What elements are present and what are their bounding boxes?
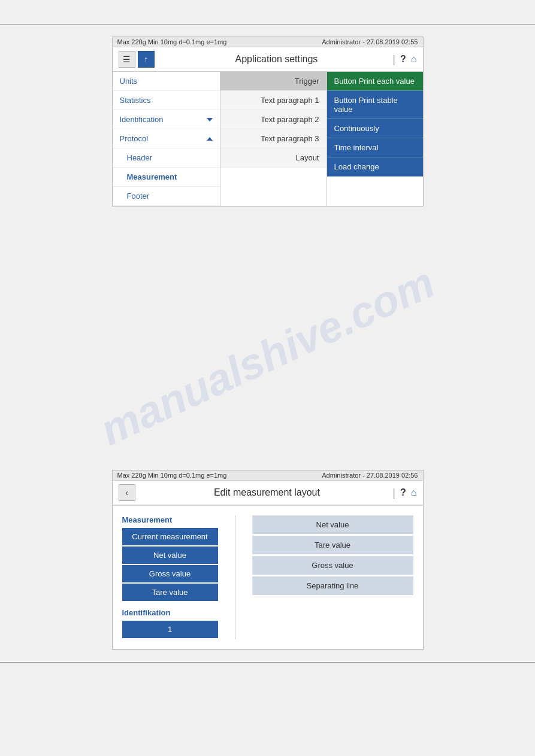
help-icon-2[interactable]: ? <box>400 487 406 498</box>
net-value-btn-left[interactable]: Net value <box>122 546 218 564</box>
title-icons-1: ☰ ↑ <box>119 51 155 68</box>
back-icon[interactable]: ‹ <box>119 484 135 501</box>
middle-item-para2[interactable]: Text paragraph 2 <box>220 110 327 129</box>
status-left-2: Max 220g Min 10mg d=0.1mg e=1mg <box>117 472 227 479</box>
left-section: Measurement Current measurement Net valu… <box>122 515 218 639</box>
middle-item-layout[interactable]: Layout <box>220 148 327 168</box>
title-right-2: | ? ⌂ <box>392 487 416 499</box>
separating-line-btn[interactable]: Separating line <box>252 576 413 595</box>
nav-item-units[interactable]: Units <box>113 72 220 91</box>
nav-item-header[interactable]: Header <box>113 148 220 168</box>
status-left-1: Max 220g Min 10mg d=0.1mg e=1mg <box>117 38 227 45</box>
screen1: Max 220g Min 10mg d=0.1mg e=1mg Administ… <box>112 37 424 207</box>
tare-value-btn-right[interactable]: Tare value <box>252 536 413 554</box>
screen2: Max 220g Min 10mg d=0.1mg e=1mg Administ… <box>112 470 424 650</box>
gross-value-btn-left[interactable]: Gross value <box>122 565 218 582</box>
home-icon-2[interactable]: ⌂ <box>411 487 417 498</box>
status-right-1: Administrator - 27.08.2019 02:55 <box>322 38 418 45</box>
nav-item-statistics[interactable]: Statistics <box>113 91 220 110</box>
screen2-content: Measurement Current measurement Net valu… <box>113 505 423 649</box>
identifikation-title: Identifikation <box>122 608 218 617</box>
separator-1: | <box>392 53 395 66</box>
middle-item-trigger[interactable]: Trigger <box>220 72 327 91</box>
page-title-2: Edit measurement layout <box>141 487 393 498</box>
status-right-2: Administrator - 27.08.2019 02:56 <box>322 472 418 479</box>
middle-item-para1[interactable]: Text paragraph 1 <box>220 91 327 110</box>
dropdown-item-2[interactable]: Continuously <box>327 119 423 138</box>
title-right-1: | ? ⌂ <box>392 53 416 66</box>
nav-item-identification[interactable]: Identification <box>113 110 220 129</box>
watermark-text: manualshive.com <box>93 257 442 455</box>
tare-value-btn-left[interactable]: Tare value <box>122 584 218 601</box>
left-nav: Units Statistics Identification Protocol… <box>113 72 220 206</box>
nav-item-measurement[interactable]: Measurement <box>113 168 220 187</box>
status-bar-2: Max 220g Min 10mg d=0.1mg e=1mg Administ… <box>113 470 423 481</box>
right-section: Net value Tare value Gross value Separat… <box>252 515 413 639</box>
dropdown-item-0[interactable]: Button Print each value <box>327 72 423 91</box>
dropdown-item-3[interactable]: Time interval <box>327 138 423 157</box>
title-icons-2: ‹ <box>119 484 135 501</box>
gross-value-btn-right[interactable]: Gross value <box>252 556 413 575</box>
nav-item-protocol[interactable]: Protocol <box>113 129 220 148</box>
dropdown-item-1[interactable]: Button Print stable value <box>327 91 423 119</box>
chevron-down-icon <box>207 118 213 122</box>
dropdown-column: Button Print each value Button Print sta… <box>327 72 423 206</box>
help-icon[interactable]: ? <box>400 54 406 65</box>
watermark-area: manualshive.com <box>112 242 424 470</box>
title-bar-1: ☰ ↑ Application settings | ? ⌂ <box>113 47 423 72</box>
measurement-section-title: Measurement <box>122 515 218 524</box>
middle-item-para3[interactable]: Text paragraph 3 <box>220 129 327 148</box>
nav-item-footer[interactable]: Footer <box>113 187 220 206</box>
vertical-divider <box>235 515 235 639</box>
right-panel: Trigger Text paragraph 1 Text paragraph … <box>220 72 423 206</box>
menu-icon[interactable]: ☰ <box>119 51 135 68</box>
title-bar-2: ‹ Edit measurement layout | ? ⌂ <box>113 481 423 505</box>
screen1-content: Units Statistics Identification Protocol… <box>113 72 423 206</box>
net-value-btn-right[interactable]: Net value <box>252 515 413 534</box>
home-icon[interactable]: ⌂ <box>411 54 417 65</box>
arrow-up-icon[interactable]: ↑ <box>138 51 155 68</box>
separator-2: | <box>392 487 395 499</box>
identifikation-1-btn[interactable]: 1 <box>122 621 218 638</box>
page-title-1: Application settings <box>161 54 393 65</box>
middle-column: Trigger Text paragraph 1 Text paragraph … <box>220 72 327 206</box>
dropdown-item-4[interactable]: Load change <box>327 157 423 177</box>
current-measurement-btn[interactable]: Current measurement <box>122 528 218 545</box>
status-bar-1: Max 220g Min 10mg d=0.1mg e=1mg Administ… <box>113 37 423 47</box>
chevron-up-icon <box>207 137 213 141</box>
